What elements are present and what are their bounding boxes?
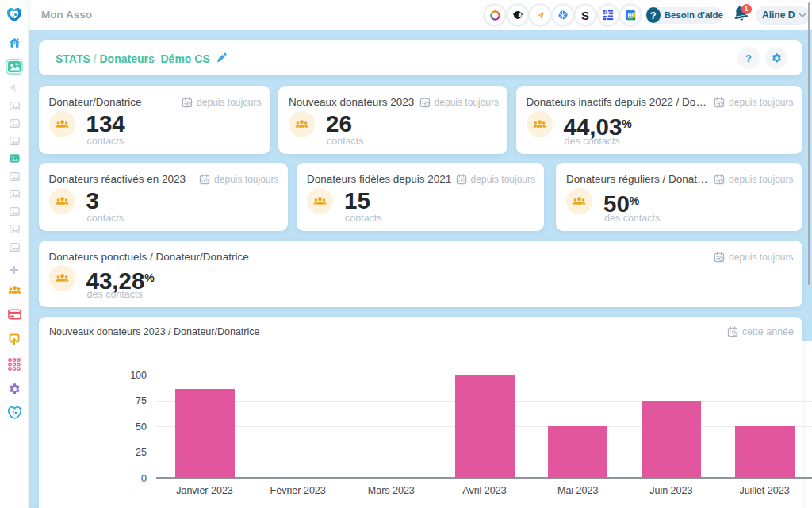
- svg-text:31: 31: [629, 13, 634, 17]
